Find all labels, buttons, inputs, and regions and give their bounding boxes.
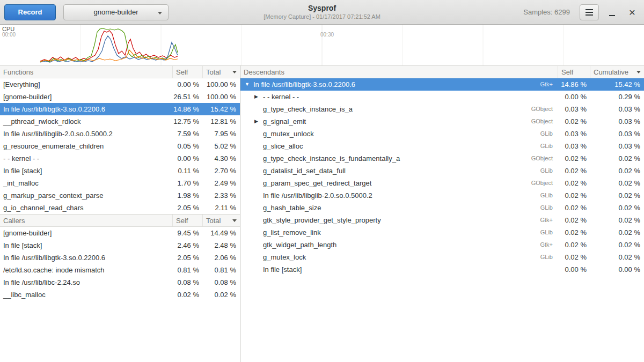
self-percent: 2.05 % bbox=[173, 202, 203, 214]
descendant-row[interactable]: In file [stack] 0.00 % 0.00 % bbox=[240, 263, 644, 276]
total-percent: 0.81 % bbox=[203, 264, 240, 276]
caller-row[interactable]: /etc/ld.so.cache: inode mismatch 0.81 % … bbox=[0, 264, 240, 276]
descendant-row[interactable]: g_hash_table_size GLib 0.02 % 0.02 % bbox=[240, 202, 644, 214]
caller-row[interactable]: In file /usr/lib/libgtk-3.so.0.2200.6 2.… bbox=[0, 252, 240, 264]
caller-row[interactable]: In file /usr/lib/libc-2.24.so 0.08 % 0.0… bbox=[0, 276, 240, 289]
main-content: Functions Self Total [Everything] 0.00 %… bbox=[0, 65, 644, 362]
library-badge: Gtk+ bbox=[540, 214, 558, 226]
descendant-row[interactable]: g_type_check_instance_is_a GObject 0.03 … bbox=[240, 103, 644, 115]
descendant-row[interactable]: g_list_remove_link GLib 0.02 % 0.02 % bbox=[240, 226, 644, 239]
function-row[interactable]: g_resource_enumerate_children 0.05 % 5.0… bbox=[0, 140, 240, 152]
total-percent: 0.02 % bbox=[203, 289, 240, 301]
column-descendants[interactable]: Descendants bbox=[240, 66, 558, 78]
function-name: g_markup_parse_context_parse bbox=[0, 189, 173, 202]
column-label: Callers bbox=[3, 217, 25, 225]
self-percent: 0.02 % bbox=[558, 152, 590, 165]
descendant-row[interactable]: ▶ g_signal_emit GObject 0.02 % 0.03 % bbox=[240, 115, 644, 128]
descendant-name: g_datalist_id_set_data_full bbox=[263, 165, 346, 177]
descendant-row[interactable]: gtk_style_provider_get_style_property Gt… bbox=[240, 214, 644, 226]
cumulative-percent: 0.02 % bbox=[590, 152, 644, 165]
column-self[interactable]: Self bbox=[173, 215, 203, 226]
descendants-table: ▼ In file /usr/lib/libgtk-3.so.0.2200.6 … bbox=[240, 78, 644, 276]
cumulative-percent: 0.29 % bbox=[590, 91, 644, 103]
function-row[interactable]: In file [stack] 0.11 % 2.70 % bbox=[0, 165, 240, 177]
function-row[interactable]: In file /usr/lib/libgtk-3.so.0.2200.6 14… bbox=[0, 103, 240, 115]
cpu-graph[interactable]: CPU 00:00 00:30 bbox=[0, 25, 644, 65]
library-badge: GLib bbox=[540, 140, 558, 152]
descendant-row[interactable]: ▼ In file /usr/lib/libgtk-3.so.0.2200.6 … bbox=[240, 78, 644, 91]
self-percent: 0.02 % bbox=[558, 177, 590, 189]
function-row[interactable]: g_io_channel_read_chars 2.05 % 2.11 % bbox=[0, 202, 240, 214]
column-callers[interactable]: Callers bbox=[0, 215, 173, 226]
descendant-name: - - kernel - - bbox=[263, 91, 299, 103]
total-percent: 2.49 % bbox=[203, 177, 240, 189]
column-total[interactable]: Total bbox=[203, 66, 240, 78]
minimize-icon bbox=[609, 15, 615, 16]
descendant-name: g_param_spec_get_redirect_target bbox=[263, 177, 371, 189]
library-badge: GLib bbox=[540, 251, 558, 263]
column-label: Self bbox=[176, 217, 188, 225]
capture-subtitle: [Memory Capture] - 01/17/2017 07:21:52 A… bbox=[161, 13, 483, 20]
descendant-row[interactable]: g_mutex_lock GLib 0.02 % 0.02 % bbox=[240, 251, 644, 263]
column-self[interactable]: Self bbox=[558, 66, 590, 78]
descendant-row[interactable]: In file /usr/lib/libglib-2.0.so.0.5000.2… bbox=[240, 189, 644, 202]
self-percent: 0.00 % bbox=[558, 263, 590, 276]
sort-indicator-icon bbox=[232, 71, 237, 73]
descendant-row[interactable]: g_param_spec_get_redirect_target GObject… bbox=[240, 177, 644, 189]
menu-button[interactable] bbox=[580, 4, 599, 20]
descendant-row[interactable]: g_slice_alloc GLib 0.03 % 0.03 % bbox=[240, 140, 644, 152]
descendant-name-cell: g_hash_table_size GLib bbox=[240, 202, 558, 214]
caller-name: /etc/ld.so.cache: inode mismatch bbox=[0, 264, 173, 276]
column-functions[interactable]: Functions bbox=[0, 66, 173, 78]
descendant-name-cell: ▶ - - kernel - - bbox=[240, 91, 558, 103]
descendant-row[interactable]: ▶ - - kernel - - 0.00 % 0.29 % bbox=[240, 91, 644, 103]
total-percent: 2.70 % bbox=[203, 165, 240, 177]
function-name: - - kernel - - bbox=[0, 152, 173, 165]
minimize-button[interactable] bbox=[604, 4, 619, 20]
total-percent: 0.08 % bbox=[203, 276, 240, 289]
sort-indicator-icon bbox=[232, 219, 237, 222]
column-label: Self bbox=[561, 68, 573, 76]
function-row[interactable]: In file /usr/lib/libglib-2.0.so.0.5000.2… bbox=[0, 128, 240, 140]
expander-icon[interactable]: ▼ bbox=[245, 78, 253, 91]
caller-row[interactable]: In file [stack] 2.46 % 2.48 % bbox=[0, 239, 240, 252]
close-button[interactable]: × bbox=[625, 4, 640, 20]
descendant-row[interactable]: g_datalist_id_set_data_full GLib 0.02 % … bbox=[240, 165, 644, 177]
caller-row[interactable]: __libc_malloc 0.02 % 0.02 % bbox=[0, 289, 240, 301]
descendant-name-cell: g_datalist_id_set_data_full GLib bbox=[240, 165, 558, 177]
self-percent: 2.05 % bbox=[173, 252, 203, 264]
library-badge: GObject bbox=[531, 177, 558, 189]
function-row[interactable]: __pthread_rwlock_rdlock 12.75 % 12.81 % bbox=[0, 115, 240, 128]
descendant-row[interactable]: g_type_check_instance_is_fundamentally_a… bbox=[240, 152, 644, 165]
process-selector[interactable]: gnome-builder bbox=[63, 4, 169, 20]
function-row[interactable]: _int_malloc 1.70 % 2.49 % bbox=[0, 177, 240, 189]
function-row[interactable]: g_markup_parse_context_parse 1.98 % 2.33… bbox=[0, 189, 240, 202]
function-name: [gnome-builder] bbox=[0, 91, 173, 103]
cumulative-percent: 0.02 % bbox=[590, 239, 644, 251]
self-percent: 2.46 % bbox=[173, 239, 203, 252]
expander-icon[interactable]: ▶ bbox=[254, 115, 263, 128]
self-percent: 0.02 % bbox=[558, 251, 590, 263]
descendant-name: In file [stack] bbox=[263, 263, 302, 276]
cumulative-percent: 0.02 % bbox=[590, 226, 644, 239]
function-row[interactable]: - - kernel - - 0.00 % 4.30 % bbox=[0, 152, 240, 165]
descendant-row[interactable]: gtk_widget_path_length Gtk+ 0.02 % 0.02 … bbox=[240, 239, 644, 251]
record-button[interactable]: Record bbox=[4, 4, 56, 20]
self-percent: 0.02 % bbox=[558, 214, 590, 226]
column-total[interactable]: Total bbox=[203, 215, 240, 226]
left-panel: Functions Self Total [Everything] 0.00 %… bbox=[0, 65, 240, 362]
column-self[interactable]: Self bbox=[173, 66, 203, 78]
descendant-row[interactable]: g_mutex_unlock GLib 0.03 % 0.03 % bbox=[240, 128, 644, 140]
function-row[interactable]: [gnome-builder] 26.51 % 100.00 % bbox=[0, 91, 240, 103]
function-row[interactable]: [Everything] 0.00 % 100.00 % bbox=[0, 78, 240, 91]
self-percent: 0.00 % bbox=[173, 152, 203, 165]
expander-icon[interactable]: ▶ bbox=[254, 91, 263, 103]
column-cumulative[interactable]: Cumulative bbox=[590, 66, 644, 78]
cumulative-percent: 0.03 % bbox=[590, 103, 644, 115]
descendant-name: gtk_widget_path_length bbox=[263, 239, 336, 251]
caller-row[interactable]: [gnome-builder] 9.45 % 14.49 % bbox=[0, 227, 240, 239]
cumulative-percent: 0.03 % bbox=[590, 128, 644, 140]
column-label: Self bbox=[176, 68, 188, 76]
cumulative-percent: 0.02 % bbox=[590, 202, 644, 214]
total-percent: 14.49 % bbox=[203, 227, 240, 239]
